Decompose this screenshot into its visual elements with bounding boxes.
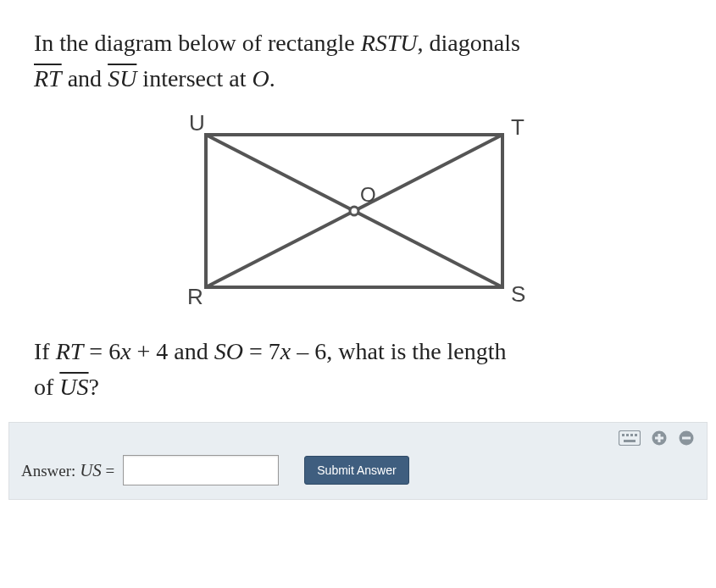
segment-us: US: [59, 374, 88, 400]
text: If: [34, 338, 56, 364]
svg-rect-7: [630, 434, 633, 436]
segment-su: SU: [108, 65, 136, 92]
text: – 6, what is the length: [291, 338, 506, 364]
svg-rect-5: [622, 434, 624, 436]
answer-var: US: [80, 460, 102, 480]
label-r: R: [187, 284, 203, 309]
point-o: O: [252, 65, 269, 92]
text: + 4 and: [131, 338, 214, 364]
rect-name: RSTU: [361, 30, 418, 56]
label-t: T: [511, 114, 525, 140]
text: , diagonals: [418, 30, 520, 56]
rectangle-diagram: U T R S O: [164, 114, 553, 313]
plus-circle-icon[interactable]: [651, 430, 668, 450]
svg-rect-8: [635, 434, 637, 436]
label-o: O: [360, 183, 376, 206]
minus-circle-icon[interactable]: [678, 430, 695, 450]
svg-rect-4: [619, 431, 641, 446]
x: x: [280, 338, 291, 364]
label-s: S: [511, 281, 525, 307]
label-u: U: [189, 114, 205, 136]
svg-rect-6: [626, 434, 629, 436]
question: If RT = 6x + 4 and SO = 7x – 6, what is …: [34, 334, 682, 405]
svg-rect-9: [624, 440, 636, 442]
text: and: [62, 65, 108, 92]
svg-rect-12: [658, 434, 661, 442]
keyboard-icon[interactable]: [619, 430, 641, 449]
svg-rect-14: [682, 437, 691, 440]
segment-rt: RT: [34, 65, 62, 92]
text: ?: [89, 374, 99, 400]
answer-panel: Answer: US = Submit Answer: [8, 422, 708, 500]
text: of: [34, 374, 59, 400]
rt: RT: [56, 338, 84, 364]
so: SO: [214, 338, 243, 364]
answer-label: Answer: US =: [21, 460, 114, 481]
text: intersect at: [136, 65, 252, 92]
text: = 7: [243, 338, 280, 364]
answer-input[interactable]: [123, 455, 279, 485]
text: In the diagram below of rectangle: [34, 30, 361, 56]
x: x: [120, 338, 130, 364]
problem-statement: In the diagram below of rectangle RSTU, …: [34, 25, 682, 97]
text: = 6: [83, 338, 120, 364]
svg-point-3: [350, 207, 358, 215]
text: .: [269, 65, 275, 92]
submit-button[interactable]: Submit Answer: [304, 456, 408, 485]
